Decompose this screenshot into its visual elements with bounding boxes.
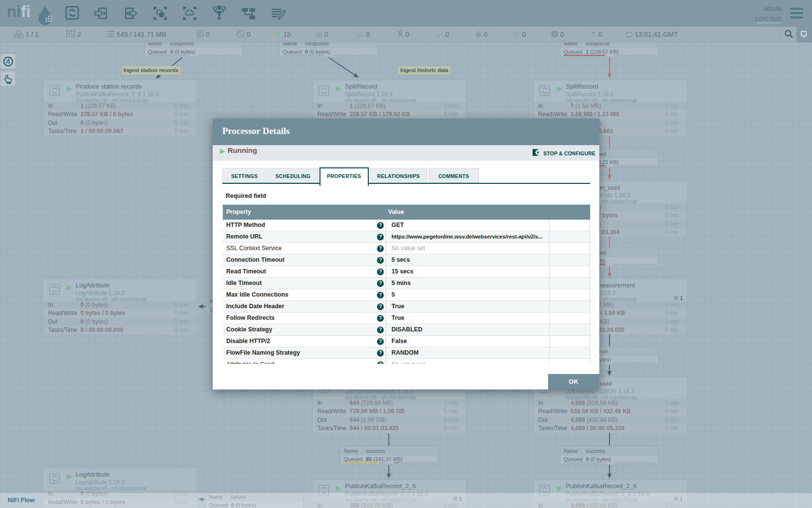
svg-text:?: ?: [591, 30, 595, 38]
